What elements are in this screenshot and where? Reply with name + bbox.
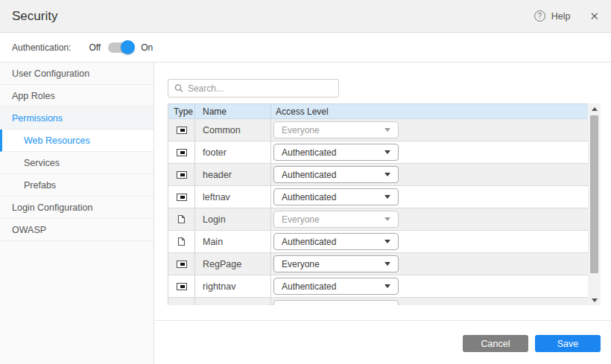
access-level-dropdown[interactable]: Authenticated (273, 166, 399, 183)
access-level-dropdown[interactable]: Everyone (273, 255, 399, 272)
resource-name: rightnav (195, 275, 271, 297)
access-cell: Everyone (271, 208, 588, 230)
chevron-down-icon (384, 240, 390, 243)
security-dialog: Security ? Help ✕ Authentication: Off On… (0, 0, 611, 364)
resource-name: leftnav (195, 186, 271, 208)
type-cell (168, 253, 195, 275)
scroll-down-icon[interactable] (588, 295, 601, 305)
footer-actions: Cancel Save (154, 335, 611, 352)
partial-icon (177, 194, 187, 201)
vertical-scrollbar[interactable] (588, 103, 601, 305)
chevron-down-icon (384, 173, 390, 176)
access-cell: Authenticated (271, 231, 588, 252)
access-level-value: Authenticated (282, 237, 336, 247)
help-icon[interactable]: ? (534, 10, 545, 22)
chevron-down-icon (384, 217, 390, 221)
partial-icon (177, 171, 187, 179)
access-cell: Authenticated (271, 275, 588, 297)
toggle-off-label: Off (89, 42, 101, 53)
scrollbar-thumb[interactable] (590, 115, 598, 273)
sidebar-item-user-configuration[interactable]: User Configuration (0, 63, 153, 85)
table-header: Type Name Access Level (168, 103, 588, 119)
table-row: Common Everyone (168, 119, 588, 141)
chevron-down-icon (384, 262, 390, 266)
toggle-knob (121, 40, 135, 54)
table-row: RegPage Everyone (168, 253, 588, 275)
search-icon (174, 83, 183, 93)
resource-name: RegPage (195, 253, 271, 275)
scroll-up-icon[interactable] (588, 103, 601, 114)
type-cell (168, 231, 195, 252)
access-cell: Everyone (271, 253, 588, 275)
sidebar-item-app-roles[interactable]: App Roles (0, 85, 153, 107)
access-cell: Authenticated (271, 164, 588, 185)
column-header-type: Type (168, 104, 195, 118)
table-row: header Authenticated (168, 164, 588, 186)
access-level-dropdown[interactable]: Everyone (273, 121, 399, 138)
access-level-dropdown[interactable]: Authenticated (273, 188, 399, 205)
close-icon[interactable]: ✕ (589, 10, 599, 23)
table-row: Main Authenticated (168, 231, 588, 253)
resources-table: Type Name Access Level Common Everyone f… (168, 103, 601, 305)
partial-icon (177, 261, 187, 268)
page-title: Security (12, 9, 57, 24)
resource-name: Login (195, 208, 271, 230)
access-level-value: Authenticated (282, 281, 336, 292)
resource-name: Main (195, 231, 271, 252)
sidebar: User Configuration App Roles Permissions… (0, 63, 154, 364)
search-box (168, 79, 339, 98)
column-header-name: Name (195, 104, 271, 118)
access-level-dropdown[interactable]: Authenticated (273, 233, 399, 250)
access-level-value: Everyone (282, 259, 320, 269)
help-button[interactable]: Help (551, 11, 571, 22)
type-cell (168, 186, 195, 208)
chevron-down-icon (384, 128, 390, 132)
access-level-dropdown[interactable]: Authenticated (273, 278, 399, 295)
access-level-dropdown[interactable] (273, 300, 399, 305)
sidebar-item-services[interactable]: Services (0, 152, 153, 174)
access-cell: Authenticated (271, 141, 588, 163)
access-level-value: Authenticated (282, 147, 336, 158)
table-row: footer Authenticated (168, 141, 588, 164)
table-row: leftnav Authenticated (168, 186, 588, 208)
resource-name: Common (195, 119, 271, 141)
table-body: Common Everyone footer Authenticated hea… (168, 119, 588, 298)
type-cell (168, 275, 195, 297)
sidebar-item-login-configuration[interactable]: Login Configuration (0, 197, 153, 219)
chevron-down-icon (384, 150, 390, 154)
main-content: Type Name Access Level Common Everyone f… (154, 63, 611, 364)
table-row: Login Everyone (168, 208, 588, 231)
partial-icon (177, 283, 187, 290)
sidebar-item-permissions[interactable]: Permissions (0, 107, 153, 130)
chevron-down-icon (384, 195, 390, 199)
authentication-bar: Authentication: Off On (0, 33, 611, 63)
column-header-access-level: Access Level (271, 104, 588, 118)
chevron-down-icon (384, 284, 390, 288)
dialog-header: Security ? Help ✕ (0, 0, 611, 33)
sidebar-item-web-resources[interactable]: Web Resources (0, 130, 153, 152)
partial-icon (177, 127, 187, 134)
sidebar-item-owasp[interactable]: OWASP (0, 219, 153, 241)
header-actions: ? Help ✕ (534, 10, 599, 23)
sidebar-item-prefabs[interactable]: Prefabs (0, 174, 153, 197)
save-button[interactable]: Save (535, 335, 601, 352)
access-cell: Authenticated (271, 186, 588, 208)
access-level-value: Authenticated (282, 170, 336, 180)
page-icon (177, 237, 186, 246)
type-cell (168, 141, 195, 163)
authentication-toggle[interactable] (108, 42, 133, 53)
type-cell (168, 119, 195, 141)
access-cell: Everyone (271, 119, 588, 141)
access-level-dropdown[interactable]: Everyone (273, 211, 399, 228)
resource-name: footer (195, 141, 271, 163)
toggle-on-label: On (141, 42, 153, 53)
table-row-clipped (168, 298, 588, 305)
access-level-value: Everyone (282, 214, 320, 225)
access-level-value: Authenticated (282, 192, 336, 202)
authentication-label: Authentication: (12, 42, 71, 53)
access-level-dropdown[interactable]: Authenticated (273, 144, 399, 161)
access-level-value: Everyone (282, 125, 320, 135)
cancel-button[interactable]: Cancel (463, 335, 528, 352)
partial-icon (177, 149, 187, 156)
search-input[interactable] (188, 83, 332, 94)
